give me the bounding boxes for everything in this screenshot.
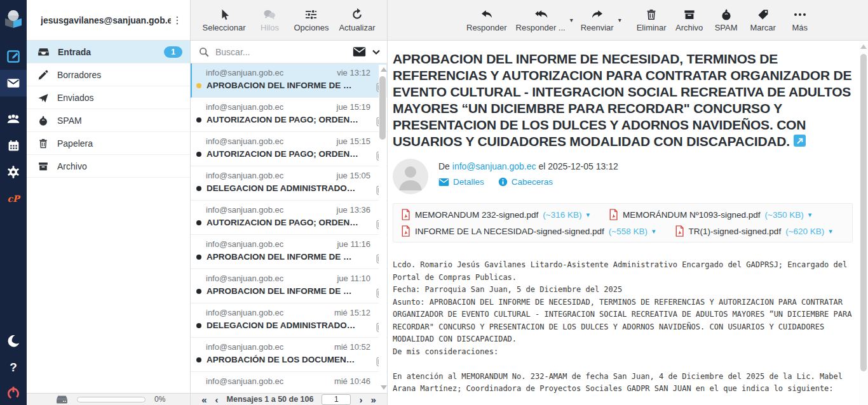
- unread-dot-icon[interactable]: [196, 357, 201, 362]
- list-scrollbar[interactable]: [379, 65, 386, 392]
- subject-text: APROBACION DEL INFORME DE NECESIDAD, TER…: [393, 51, 851, 149]
- last-page-button[interactable]: »: [370, 395, 376, 404]
- list-item[interactable]: info@sanjuan.gob.ecjue 13:36 AUTORIZACIO…: [191, 201, 387, 235]
- sender-email-link[interactable]: info@sanjuan.gob.ec: [452, 161, 536, 171]
- contacts-icon: [6, 111, 21, 126]
- attachments-box: MEMORANDUM 232-signed.pdf (~316 KB) ▾ ME…: [393, 203, 853, 242]
- compose-button[interactable]: [0, 43, 27, 70]
- threads-button[interactable]: Hilos: [252, 0, 287, 40]
- flag-dot-icon[interactable]: [196, 83, 201, 88]
- list-item[interactable]: info@sanjuan.gob.ecjue 15:05 DELEGACION …: [191, 166, 387, 201]
- list-item[interactable]: info@sanjuan.gob.ecmié 10:52 APROBACIÓN …: [191, 338, 387, 372]
- list-scrollbar-thumb[interactable]: [379, 76, 386, 140]
- more-button[interactable]: Más: [782, 0, 818, 40]
- calendar-icon: [7, 139, 20, 152]
- sidebar-item-inbox[interactable]: Entrada 1: [27, 41, 190, 63]
- mail-nav-button[interactable]: [0, 70, 27, 96]
- reply-button[interactable]: Responder: [463, 0, 511, 40]
- attachment-menu-caret-icon[interactable]: ▾: [652, 227, 656, 236]
- settings-nav-button[interactable]: [0, 159, 27, 185]
- pagination-footer: « ‹ Mensajes 1 a 50 de 106 › »: [191, 393, 387, 405]
- list-item[interactable]: info@sanjuan.gob.ecmié 15:12 DELEGACION …: [191, 303, 387, 338]
- first-page-button[interactable]: «: [201, 395, 207, 404]
- message-subject: AUTORIZACION DE PAGO; ORDEN…: [207, 115, 370, 124]
- dark-mode-button[interactable]: [0, 328, 27, 354]
- message-sender: info@sanjuan.gob.ec: [206, 136, 283, 146]
- unread-dot-icon[interactable]: [196, 220, 201, 225]
- message-sender: info@sanjuan.gob.ec: [206, 102, 283, 112]
- help-button[interactable]: ?: [0, 354, 27, 381]
- select-button[interactable]: Seleccionar: [199, 0, 250, 40]
- cpanel-nav-button[interactable]: cP: [0, 185, 27, 212]
- reading-scrollbar[interactable]: [859, 41, 868, 405]
- message-subject: APROBACIÓN DE LOS DOCUMEN…: [207, 355, 370, 364]
- archive-button[interactable]: Archivo: [672, 0, 707, 40]
- logout-button[interactable]: [0, 381, 27, 405]
- sidebar-item-archive[interactable]: Archivo: [27, 155, 190, 178]
- list-item[interactable]: info@sanjuan.gob.ecjue 11:16 APROBACION …: [191, 235, 387, 269]
- list-item[interactable]: info@sanjuan.gob.ecjue 15:19 AUTORIZACIO…: [191, 98, 387, 132]
- person-silhouette-icon: [393, 159, 428, 194]
- scroll-down-arrow-icon[interactable]: [381, 385, 387, 390]
- attachment-item[interactable]: INFORME DE LA NECESIDAD-signed-signed.pd…: [401, 225, 656, 237]
- unread-dot-icon[interactable]: [196, 117, 201, 123]
- forward-caret-icon[interactable]: ▾: [618, 17, 621, 23]
- attachment-item[interactable]: MEMORÁNDUM Nº1093-signed.pdf (~350 KB) ▾: [609, 209, 811, 220]
- headers-toggle[interactable]: Cabeceras: [498, 177, 553, 187]
- delete-button[interactable]: Eliminar: [633, 0, 670, 40]
- search-icon: [198, 46, 210, 58]
- archive-icon: [37, 161, 49, 172]
- quota-progress-bar: [77, 397, 146, 402]
- spam-fireball-icon: [37, 115, 49, 126]
- unread-dot-icon[interactable]: [196, 186, 201, 191]
- scroll-up-arrow-icon[interactable]: [381, 67, 387, 72]
- spam-button[interactable]: SPAM: [709, 0, 744, 40]
- sidebar-item-drafts[interactable]: Borradores: [27, 63, 190, 86]
- message-sender: info@sanjuan.gob.ec: [206, 342, 283, 352]
- attachment-item[interactable]: MEMORANDUM 232-signed.pdf (~316 KB) ▾: [401, 209, 590, 220]
- page-number-input[interactable]: [322, 394, 351, 405]
- message-subject: DELEGACION DE ADMINISTRADO…: [207, 183, 370, 193]
- mark-button[interactable]: Marcar: [745, 0, 781, 40]
- reply-all-icon: [533, 8, 548, 21]
- open-in-new-window-icon[interactable]: [794, 135, 806, 147]
- prev-page-button[interactable]: ‹: [215, 395, 219, 404]
- reply-all-caret-icon[interactable]: ▾: [570, 17, 573, 23]
- list-item[interactable]: info@sanjuan.gob.ecvie 13:12 APROBACION …: [191, 63, 387, 98]
- unread-dot-icon[interactable]: [196, 323, 201, 328]
- forward-button[interactable]: Reenviar ▾: [577, 0, 618, 40]
- sidebar-item-sent[interactable]: Enviados: [27, 86, 190, 109]
- calendar-nav-button[interactable]: [0, 132, 27, 159]
- reading-scrollbar-thumb[interactable]: [860, 54, 867, 371]
- list-toolbar: Seleccionar Hilos: [191, 0, 387, 41]
- unread-dot-icon[interactable]: [196, 152, 201, 157]
- account-menu-button[interactable]: ⋮: [171, 18, 184, 22]
- list-item[interactable]: info@sanjuan.gob.ecjue 15:15 AUTORIZACIO…: [191, 132, 387, 166]
- refresh-button[interactable]: Actualizar: [335, 0, 379, 40]
- attachment-menu-caret-icon[interactable]: ▾: [829, 227, 832, 236]
- unread-dot-icon[interactable]: [196, 289, 201, 294]
- message-toolbar: Responder Responder ... ▾ Reenviar ▾: [388, 0, 868, 41]
- search-options-chevron-icon[interactable]: [372, 48, 381, 56]
- options-button[interactable]: Opciones: [290, 0, 332, 40]
- search-scope-mail-icon[interactable]: [353, 46, 366, 57]
- list-item[interactable]: info@sanjuan.gob.ecmié 10:46: [191, 372, 387, 394]
- next-page-button[interactable]: ›: [359, 395, 362, 404]
- sidebar-item-spam[interactable]: SPAM: [27, 109, 190, 132]
- details-toggle[interactable]: Detalles: [438, 177, 484, 187]
- contacts-nav-button[interactable]: [0, 105, 27, 132]
- cursor-icon: [218, 8, 231, 21]
- list-item[interactable]: info@sanjuan.gob.ecjue 11:10 APROBACION …: [191, 269, 387, 303]
- scroll-up-arrow-icon[interactable]: [860, 44, 867, 49]
- message-sender: info@sanjuan.gob.ec: [206, 376, 283, 386]
- attachment-menu-caret-icon[interactable]: ▾: [587, 211, 590, 219]
- pdf-file-icon: [609, 209, 618, 220]
- sidebar-item-trash[interactable]: Papelera: [27, 132, 190, 155]
- message-date: jue 15:19: [337, 102, 371, 112]
- search-input[interactable]: [215, 47, 347, 57]
- rail-bottom: ?: [0, 328, 27, 405]
- reply-all-button[interactable]: Responder ... ▾: [512, 0, 569, 40]
- attachment-item[interactable]: TR(1)-signed-signed.pdf (~620 KB) ▾: [675, 225, 832, 237]
- unread-dot-icon[interactable]: [196, 255, 201, 260]
- attachment-menu-caret-icon[interactable]: ▾: [808, 211, 812, 219]
